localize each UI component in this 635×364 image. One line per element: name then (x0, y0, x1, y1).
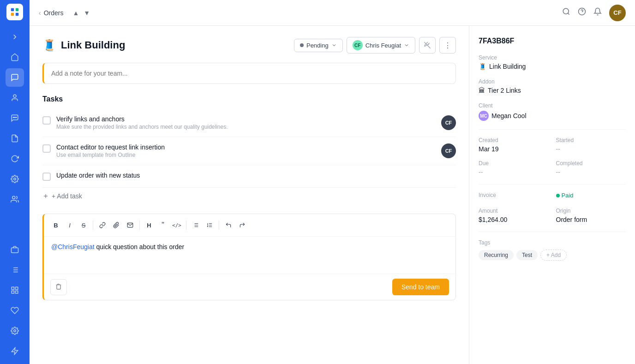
svg-line-24 (568, 13, 569, 14)
sidebar-item-orders[interactable] (6, 129, 24, 148)
code-button[interactable]: </> (170, 219, 183, 232)
task-row: Contact editor to request link insertion… (42, 137, 456, 165)
plus-icon (42, 193, 49, 199)
svg-point-6 (13, 117, 14, 118)
undo-button[interactable] (222, 219, 235, 232)
tags-row: Recurring Test + Add (479, 250, 626, 261)
page-title-row: 🧵 Link Building (42, 39, 125, 52)
addon-emoji: 🏛 (479, 87, 485, 94)
started-label: Started (556, 137, 626, 143)
search-icon[interactable] (562, 7, 570, 18)
dates-grid: Created Mar 19 Started -- Due -- Complet… (479, 137, 626, 176)
client-section: Client MC Megan Cool (479, 102, 626, 121)
task-2-checkbox[interactable] (42, 144, 51, 153)
bullet-list-button[interactable] (189, 219, 202, 232)
toolbar-divider-4 (219, 221, 219, 230)
sidebar-item-gear[interactable] (6, 170, 24, 188)
tasks-section: Tasks Verify links and anchors Make sure… (42, 95, 456, 204)
service-section: Service 🧵 Link Building (479, 54, 626, 70)
more-button[interactable]: ⋮ (439, 37, 456, 54)
client-value: MC Megan Cool (479, 111, 626, 121)
sidebar-item-inbox[interactable] (6, 28, 24, 46)
redo-icon (239, 222, 246, 228)
strikethrough-button[interactable]: S (77, 219, 90, 232)
nav-down-button[interactable]: ▼ (82, 8, 92, 18)
user-avatar[interactable]: CF (609, 5, 626, 21)
page-emoji: 🧵 (42, 39, 56, 52)
editor-content[interactable]: @ChrisFeugiat quick question about this … (44, 237, 455, 274)
content-area: 🧵 Link Building Pending CF Chris Feugiat (30, 26, 635, 364)
sidebar-item-refresh[interactable] (6, 149, 24, 168)
help-icon[interactable] (578, 7, 586, 18)
delete-button[interactable] (50, 279, 67, 295)
toolbar-divider-1 (93, 221, 93, 230)
email-button[interactable] (124, 219, 137, 232)
chevron-down-icon (331, 42, 337, 48)
send-to-team-button[interactable]: Send to team (392, 279, 449, 295)
completed-section: Completed -- (556, 160, 626, 176)
sidebar (0, 0, 30, 364)
sidebar-item-briefcase[interactable] (6, 240, 24, 259)
sidebar-item-chat[interactable] (6, 109, 24, 127)
add-tag-button[interactable]: + Add (540, 250, 567, 261)
svg-point-8 (14, 178, 16, 180)
notifications-icon[interactable] (593, 7, 602, 18)
status-badge[interactable]: Pending (294, 39, 343, 52)
assignee-badge[interactable]: CF Chris Feugiat (347, 37, 415, 54)
main-container: ‹ Orders ▲ ▼ CF (30, 0, 635, 364)
sidebar-item-settings[interactable] (6, 322, 24, 340)
attachment-button[interactable] (110, 219, 123, 232)
undo-icon (225, 222, 232, 228)
app-logo (6, 4, 23, 20)
invoice-section: Invoice (479, 192, 549, 200)
task-2-content: Contact editor to request link insertion… (56, 143, 436, 158)
redo-button[interactable] (236, 219, 249, 232)
amount-section: Amount $1,264.00 (479, 208, 549, 223)
svg-point-7 (16, 117, 17, 118)
created-label: Created (479, 137, 549, 143)
status-dot (300, 43, 304, 47)
sidebar-item-contacts[interactable] (6, 89, 24, 107)
nav-up-button[interactable]: ▲ (71, 8, 81, 18)
bold-button[interactable]: B (49, 219, 62, 232)
task-3-title: Update order with new status (56, 172, 456, 179)
note-input[interactable] (51, 70, 448, 77)
tag-recurring[interactable]: Recurring (479, 250, 514, 260)
link-button[interactable] (96, 219, 109, 232)
note-input-area (42, 63, 456, 84)
addon-label: Addon (479, 78, 626, 85)
sidebar-item-grid[interactable] (6, 281, 24, 299)
due-value: -- (479, 168, 549, 176)
pin-button[interactable] (419, 37, 436, 54)
italic-button[interactable]: I (63, 219, 76, 232)
mail-icon (127, 222, 133, 228)
breadcrumb: ‹ Orders (39, 9, 63, 17)
trash-icon (55, 283, 62, 290)
task-3-content: Update order with new status (56, 172, 456, 180)
started-section: Started -- (556, 137, 626, 153)
sidebar-item-home[interactable] (6, 48, 24, 66)
sidebar-item-team[interactable] (6, 190, 24, 209)
origin-value: Order form (556, 216, 626, 223)
sidebar-item-plugin[interactable] (6, 301, 24, 320)
sidebar-item-messages[interactable] (6, 68, 24, 87)
heading-button[interactable]: H (143, 219, 156, 232)
invoice-grid: Invoice Paid Amount $1,264.00 Origin Ord… (479, 192, 626, 223)
tag-test[interactable]: Test (516, 250, 538, 260)
client-label: Client (479, 102, 626, 109)
task-1-desc: Make sure the provided links and anchors… (56, 124, 436, 130)
due-section: Due -- (479, 160, 549, 176)
amount-value: $1,264.00 (479, 216, 549, 223)
service-value: 🧵 Link Building (479, 63, 626, 70)
ordered-list-button[interactable] (203, 219, 216, 232)
sidebar-item-bolt[interactable] (6, 342, 24, 360)
task-1-checkbox[interactable] (42, 116, 51, 125)
toolbar-divider-2 (139, 221, 140, 230)
quote-button[interactable]: " (156, 219, 169, 232)
addon-section: Addon 🏛 Tier 2 Links (479, 78, 626, 94)
task-1-title: Verify links and anchors (56, 115, 436, 123)
task-3-checkbox[interactable] (42, 173, 51, 181)
sidebar-item-list[interactable] (6, 261, 24, 279)
add-task-button[interactable]: + Add task (42, 188, 82, 204)
task-2-desc: Use email template from Outline (56, 152, 436, 158)
